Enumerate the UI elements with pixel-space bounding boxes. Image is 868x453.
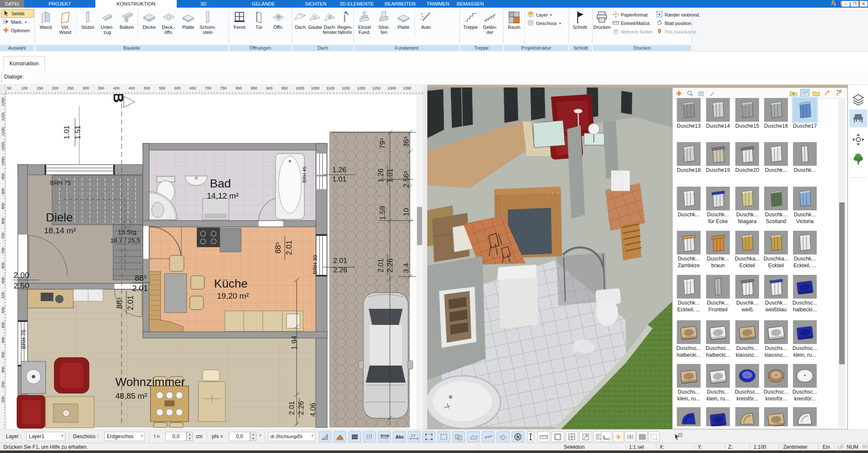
toolbar-handle[interactable] [1,72,2,84]
tool-polyline[interactable] [601,431,612,442]
ribbon-tab-trimmen[interactable]: TRIMMEN [422,0,454,8]
catalog-item-duschsckreisfr[interactable]: Duschsc...kreisför... [733,364,761,402]
ribbon-item-streifen[interactable]: Strei- fen [374,9,394,45]
catalog-item-duschsklassisc[interactable]: Duschs...klassisc... [762,320,790,358]
tool-roof[interactable] [467,431,480,442]
tool-hatch[interactable] [319,431,331,442]
ribbon-tab-datei[interactable]: DATEI [0,0,24,8]
phi-input[interactable]: 0,0 [229,432,250,441]
catalog-item[interactable] [733,407,761,426]
catalog-item-dusche17[interactable]: Dusche17 [791,98,819,129]
catalog-item-duschkweiblau[interactable]: Duschk...weißblau [762,275,790,313]
ribbon-item-layer[interactable]: Layer▼ [525,11,563,19]
ribbon-item-auto[interactable]: Auto [416,9,436,45]
ribbon-item-platte[interactable]: Platte [394,9,413,45]
sidebar-furniture-catalog-button[interactable] [849,109,867,127]
ribbon-item-mehrereseiten[interactable]: Mehrere Seiten [611,28,654,36]
close-button[interactable]: ✕ [860,1,868,7]
ribbon-item-einzelfund[interactable]: Einzel Fund. [355,9,374,45]
tool-k-window[interactable] [579,431,592,442]
plan-vertical-scrollbar[interactable] [416,94,423,429]
catalog-item-duschsklassisc[interactable]: Duschs...klassisc... [733,320,761,358]
ribbon-item-treppe[interactable]: Treppe [461,9,480,45]
catalog-item[interactable] [675,407,703,426]
minimize-button[interactable]: – [842,1,850,7]
catalog-item-duschschalbecki[interactable]: Duschsc...halbecki... [675,320,703,358]
tool-thick-lines[interactable] [348,431,361,442]
catalog-item[interactable] [704,407,732,426]
catalog-item-dusche18[interactable]: Dusche18 [675,142,703,173]
catalog-item-duschk[interactable]: Duschk... [675,187,703,218]
ribbon-item-schornstein[interactable]: Schorn- stein [198,9,217,45]
ribbon-item-gaube[interactable]: Gaube [308,9,323,45]
l-input[interactable]: 0,0 [165,432,186,441]
tool-dimension[interactable]: 1.2 [408,431,420,442]
catalog-item-dusche15[interactable]: Dusche15 [733,98,761,129]
ribbon-tab-bearbeiten[interactable]: BEARBEITEN [378,0,422,8]
ribbon-item-tür[interactable]: Tür [249,9,269,45]
ribbon-item-mark[interactable]: Mark.▼ [1,18,34,26]
ribbon-item-stütze[interactable]: Stütze [78,9,97,45]
catalog-item[interactable] [791,407,819,426]
catalog-item-duschk[interactable]: Duschk... [791,142,819,173]
tool-grid-point[interactable] [625,431,636,442]
catalog-item-duschsckreisfr[interactable]: Duschsc...kreisför... [791,364,819,402]
catalog-item-duschskleinru[interactable]: Duschs...klein, ru... [675,364,703,402]
tool-dashed-rect[interactable] [648,431,659,442]
ribbon-item-geschoss[interactable]: Geschoss▼ [525,19,563,28]
catalog-item-duschkwei[interactable]: Duschk...weiß [733,275,761,313]
ribbon-tab-gelände[interactable]: GELÄNDE [230,0,297,8]
ribbon-item-decke[interactable]: Decke [139,9,159,45]
ribbon-item-blattposition[interactable]: Blatt position. [654,19,702,28]
ribbon-tab-2d-elemente[interactable]: 2D-ELEMENTE [335,0,378,8]
tool-plate[interactable] [497,431,509,442]
ribbon-item-selekt[interactable]: Selekt [1,9,34,18]
sidebar-layers-button[interactable] [849,91,867,109]
phi-spinner[interactable]: ▲▼ [250,432,256,441]
catalog-item-duschkzambze[interactable]: Duschk...Zambèze [675,231,703,269]
ribbon-tab-3d[interactable]: 3D [177,0,230,8]
catalog-item-dusche20[interactable]: Dusche20 [733,142,761,173]
tool-window[interactable] [551,431,564,442]
catalog-item-duschkaeckteil[interactable]: Duschka...Eckteil [762,231,790,269]
tool-grid[interactable] [637,431,648,442]
ribbon-tab-sichten[interactable]: SICHTEN [297,0,335,8]
tool-north[interactable]: N [512,431,524,442]
ribbon-item-virtwand[interactable]: Virt. Wand [56,9,75,45]
tool-room-label[interactable]: ROOM [378,431,391,442]
catalog-item-duschsckleinru[interactable]: Duschsc...klein, ru... [791,320,819,358]
catalog-item-duschkniagara[interactable]: Duschk...Niagara [733,187,761,225]
ribbon-tab-projekt[interactable]: PROJEKT [24,0,95,8]
ribbon-tab-konstruktion[interactable]: KONSTRUKTION [95,0,177,8]
tool-cursor-size[interactable] [527,431,534,442]
ribbon-item-rändereinblend[interactable]: Ränder einblend. [654,11,702,19]
catalog-item-duschschalbecki[interactable]: Duschsc...halbecki... [704,320,732,358]
ribbon-item-drucken[interactable]: Drucken [593,9,611,45]
ribbon-item-decköffn[interactable]: Deck.- öffn. [159,9,178,45]
catalog-item[interactable] [762,407,790,426]
catalog-item-duschkaeckteil[interactable]: Duschka...Eckteil [733,231,761,269]
geschoss-select[interactable]: Erdgeschos▼ [104,432,145,441]
sidebar-move-object-button[interactable] [849,131,867,148]
maximize-button[interactable]: ❐ [851,1,859,7]
tool-images[interactable] [452,431,465,442]
tool-text-abc[interactable]: Abc [393,431,406,442]
catalog-item-duschkeckteil[interactable]: Duschk...Eckteil, ... [791,231,819,269]
catalog-item-duschkfrontteil[interactable]: Duschk...Frontteil [704,275,732,313]
catalog-item-dusche13[interactable]: Dusche13 [675,98,703,129]
catalog-item-duschkeckteil[interactable]: Duschk...Eckteil, ... [675,275,703,313]
ribbon-item-poszurücksetz[interactable]: Pos zurücksetz. [654,28,702,36]
tool-window-grid[interactable] [565,431,578,442]
ribbon-item-geländer[interactable]: Gelän- der [480,9,500,45]
ribbon-item-regenfallrohr[interactable]: Regen- fallrohr [337,9,353,45]
ribbon-item-papierformat[interactable]: Papierformat [611,11,654,19]
ribbon-item-einheitmaßst[interactable]: Einheit/Maßst. [611,19,654,28]
ribbon-item-balken[interactable]: Balken [117,9,136,45]
layer-select[interactable]: Layer1▼ [26,432,65,441]
ribbon-item-optionen[interactable]: Optionen [1,26,34,35]
catalog-item-duschschalbecki[interactable]: Duschsc...halbecki... [791,275,819,313]
ribbon-item-wand[interactable]: Wand [36,9,56,45]
catalog-item-duschskleinru[interactable]: Duschs...klein, ru... [704,364,732,402]
l-spinner[interactable]: ▲▼ [186,432,193,441]
catalog-item-duschkscotland[interactable]: Duschk...Scotland [762,187,790,225]
